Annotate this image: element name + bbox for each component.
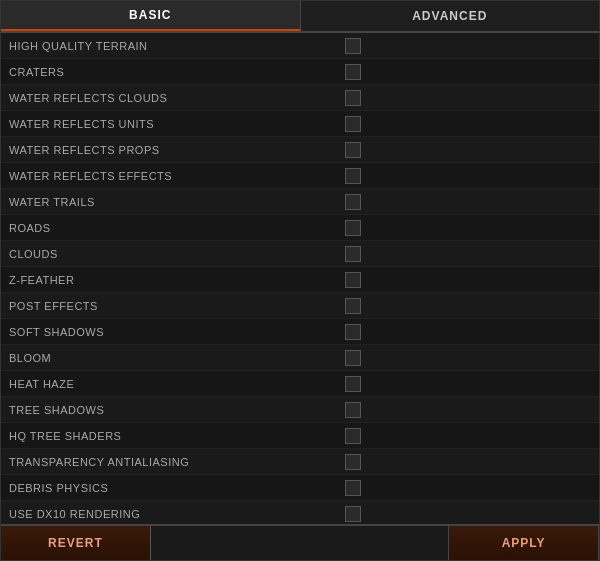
- setting-checkbox[interactable]: [345, 246, 361, 262]
- setting-label: SOFT SHADOWS: [9, 326, 345, 338]
- setting-label: HQ TREE SHADERS: [9, 430, 345, 442]
- setting-label: TRANSPARENCY ANTIALIASING: [9, 456, 345, 468]
- setting-label: WATER REFLECTS PROPS: [9, 144, 345, 156]
- setting-label: TREE SHADOWS: [9, 404, 345, 416]
- setting-row: HEAT HAZE: [1, 371, 599, 397]
- setting-row: WATER TRAILS: [1, 189, 599, 215]
- setting-checkbox[interactable]: [345, 506, 361, 522]
- setting-checkbox[interactable]: [345, 454, 361, 470]
- setting-row: HQ TREE SHADERS: [1, 423, 599, 449]
- setting-label: WATER REFLECTS UNITS: [9, 118, 345, 130]
- setting-label: HEAT HAZE: [9, 378, 345, 390]
- settings-list[interactable]: HIGH QUALITY TERRAINCRATERSWATER REFLECT…: [1, 33, 599, 524]
- setting-row: WATER REFLECTS PROPS: [1, 137, 599, 163]
- content-area: HIGH QUALITY TERRAINCRATERSWATER REFLECT…: [1, 33, 599, 524]
- setting-row: TRANSPARENCY ANTIALIASING: [1, 449, 599, 475]
- setting-label: USE DX10 RENDERING: [9, 508, 345, 520]
- setting-row: BLOOM: [1, 345, 599, 371]
- setting-label: BLOOM: [9, 352, 345, 364]
- setting-checkbox[interactable]: [345, 324, 361, 340]
- setting-checkbox[interactable]: [345, 402, 361, 418]
- footer: REVERT APPLY: [1, 524, 599, 560]
- setting-row: CRATERS: [1, 59, 599, 85]
- setting-checkbox[interactable]: [345, 116, 361, 132]
- setting-checkbox[interactable]: [345, 90, 361, 106]
- tab-basic[interactable]: BASIC: [1, 1, 301, 31]
- setting-label: Z-FEATHER: [9, 274, 345, 286]
- setting-checkbox[interactable]: [345, 142, 361, 158]
- setting-checkbox[interactable]: [345, 376, 361, 392]
- apply-button[interactable]: APPLY: [449, 526, 599, 560]
- setting-label: WATER REFLECTS CLOUDS: [9, 92, 345, 104]
- tab-advanced[interactable]: ADVANCED: [301, 1, 600, 31]
- setting-checkbox[interactable]: [345, 194, 361, 210]
- setting-row: WATER REFLECTS EFFECTS: [1, 163, 599, 189]
- setting-row: TREE SHADOWS: [1, 397, 599, 423]
- setting-row: ROADS: [1, 215, 599, 241]
- setting-row: Z-FEATHER: [1, 267, 599, 293]
- setting-row: POST EFFECTS: [1, 293, 599, 319]
- setting-label: HIGH QUALITY TERRAIN: [9, 40, 345, 52]
- revert-button[interactable]: REVERT: [1, 526, 151, 560]
- setting-checkbox[interactable]: [345, 428, 361, 444]
- setting-label: WATER TRAILS: [9, 196, 345, 208]
- setting-row: DEBRIS PHYSICS: [1, 475, 599, 501]
- settings-window: BASIC ADVANCED HIGH QUALITY TERRAINCRATE…: [0, 0, 600, 561]
- setting-checkbox[interactable]: [345, 168, 361, 184]
- setting-row: SOFT SHADOWS: [1, 319, 599, 345]
- setting-row: HIGH QUALITY TERRAIN: [1, 33, 599, 59]
- setting-checkbox[interactable]: [345, 350, 361, 366]
- setting-label: ROADS: [9, 222, 345, 234]
- setting-checkbox[interactable]: [345, 64, 361, 80]
- setting-checkbox[interactable]: [345, 480, 361, 496]
- setting-checkbox[interactable]: [345, 38, 361, 54]
- footer-spacer: [151, 526, 450, 560]
- tab-bar: BASIC ADVANCED: [1, 1, 599, 33]
- setting-checkbox[interactable]: [345, 220, 361, 236]
- setting-row: CLOUDS: [1, 241, 599, 267]
- setting-label: POST EFFECTS: [9, 300, 345, 312]
- setting-checkbox[interactable]: [345, 298, 361, 314]
- setting-label: WATER REFLECTS EFFECTS: [9, 170, 345, 182]
- setting-label: CLOUDS: [9, 248, 345, 260]
- setting-row: WATER REFLECTS UNITS: [1, 111, 599, 137]
- setting-row: WATER REFLECTS CLOUDS: [1, 85, 599, 111]
- setting-checkbox[interactable]: [345, 272, 361, 288]
- setting-label: CRATERS: [9, 66, 345, 78]
- setting-label: DEBRIS PHYSICS: [9, 482, 345, 494]
- setting-row: USE DX10 RENDERING: [1, 501, 599, 524]
